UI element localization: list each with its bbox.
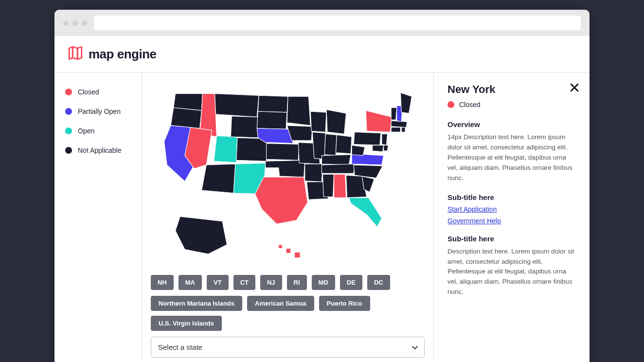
map-main: NHMAVTCTNJRIMDDEDC Northern Mariana Isla…: [142, 72, 434, 362]
state-ME[interactable]: [400, 92, 411, 113]
state-SD[interactable]: [257, 111, 287, 129]
traffic-lights: [63, 20, 87, 26]
section3-heading: Sub-title here: [447, 235, 576, 243]
state-TX[interactable]: [255, 177, 307, 224]
detail-panel: New York Closed Overview 14px Descriptio…: [434, 72, 590, 362]
state-HI[interactable]: [294, 252, 300, 258]
detail-status: Closed: [447, 101, 576, 109]
state-KY[interactable]: [322, 155, 351, 165]
state-chip-nh[interactable]: NH: [151, 275, 174, 290]
link-start-application[interactable]: Start Application: [447, 205, 576, 213]
state-UT[interactable]: [214, 136, 237, 163]
state-HI[interactable]: [286, 249, 291, 253]
state-chip-md[interactable]: MD: [312, 275, 335, 290]
state-MN[interactable]: [287, 96, 310, 126]
state-KS[interactable]: [266, 144, 299, 161]
legend-dot-partial: [65, 108, 72, 115]
state-PA[interactable]: [353, 132, 380, 145]
state-chip-ma[interactable]: MA: [179, 275, 202, 290]
state-VT[interactable]: [391, 108, 397, 120]
state-ND[interactable]: [258, 95, 288, 112]
territory-chip[interactable]: U.S. Virgin Islands: [151, 316, 222, 331]
state-MA[interactable]: [391, 121, 407, 127]
map-logo-icon: [67, 45, 84, 63]
state-NY[interactable]: [366, 110, 392, 132]
state-chips-row: NHMAVTCTNJRIMDDEDC: [151, 275, 425, 290]
state-AK[interactable]: [175, 217, 227, 254]
close-button[interactable]: [570, 82, 579, 94]
state-OR[interactable]: [170, 108, 201, 128]
app-header: map engine: [54, 36, 590, 72]
overview-text: 14px Description text here. Lorem ipsum …: [447, 132, 576, 183]
url-bar[interactable]: [94, 16, 581, 30]
legend-label: Closed: [78, 88, 99, 96]
traffic-dot-green[interactable]: [82, 20, 87, 26]
detail-state-title: New York: [447, 83, 576, 96]
state-DE[interactable]: [383, 145, 388, 151]
content: Closed Partially Open Open Not Applicabl…: [54, 72, 590, 362]
state-AZ[interactable]: [201, 164, 235, 193]
state-CT[interactable]: [391, 127, 400, 132]
detail-status-dot: [447, 101, 454, 108]
state-NJ[interactable]: [381, 134, 387, 145]
state-chip-ri[interactable]: RI: [287, 275, 307, 290]
traffic-dot-red[interactable]: [63, 20, 69, 26]
state-chip-nj[interactable]: NJ: [260, 275, 282, 290]
state-RI[interactable]: [401, 127, 405, 132]
legend-dot-closed: [65, 89, 72, 95]
detail-status-label: Closed: [459, 101, 481, 109]
state-WI[interactable]: [310, 111, 326, 132]
state-MT[interactable]: [215, 93, 259, 117]
territory-chips-row: Northern Mariana IslandsAmerican SamoaPu…: [151, 296, 425, 331]
legend-dot-open: [65, 127, 72, 134]
territory-chip[interactable]: American Samoa: [247, 296, 314, 311]
state-IA[interactable]: [287, 126, 312, 141]
browser-chrome: [54, 10, 590, 36]
traffic-dot-yellow[interactable]: [72, 20, 78, 26]
state-select-wrap: Select a state: [151, 337, 425, 358]
browser-frame: map engine Closed Partially Open Open No…: [54, 10, 590, 362]
legend-label: Not Applicable: [78, 146, 122, 154]
state-AR[interactable]: [304, 164, 322, 182]
state-AL[interactable]: [334, 174, 346, 198]
legend-item-na: Not Applicable: [65, 146, 131, 154]
state-OH[interactable]: [336, 135, 352, 154]
overview-heading: Overview: [447, 120, 576, 128]
legend-dot-na: [65, 147, 72, 154]
state-WY[interactable]: [231, 116, 259, 138]
state-select[interactable]: Select a state: [151, 337, 425, 358]
legend-label: Open: [78, 127, 94, 135]
state-MS[interactable]: [322, 174, 334, 197]
section3-text: Description text here. Lorem ipsum dolor…: [447, 247, 576, 298]
state-IN[interactable]: [324, 134, 337, 155]
brand-name: map engine: [89, 47, 156, 62]
legend-sidebar: Closed Partially Open Open Not Applicabl…: [54, 72, 142, 362]
state-chip-ct[interactable]: CT: [233, 275, 255, 290]
legend-item-partial: Partially Open: [65, 108, 131, 115]
state-chip-de[interactable]: DE: [340, 275, 362, 290]
state-chip-dc[interactable]: DC: [367, 275, 390, 290]
state-WV[interactable]: [352, 145, 365, 155]
state-FL[interactable]: [349, 198, 381, 227]
state-CO[interactable]: [236, 138, 267, 161]
state-chip-vt[interactable]: VT: [207, 275, 229, 290]
territory-chip[interactable]: Puerto Rico: [319, 296, 370, 311]
close-icon: [570, 81, 579, 94]
legend-item-closed: Closed: [65, 88, 131, 96]
links-heading: Sub-title here: [447, 193, 576, 201]
state-TN[interactable]: [322, 164, 354, 173]
state-MI[interactable]: [326, 109, 346, 134]
us-map: [151, 85, 425, 268]
state-MD[interactable]: [372, 145, 383, 151]
territory-chip[interactable]: Northern Mariana Islands: [151, 296, 242, 311]
state-VA[interactable]: [352, 154, 384, 165]
legend-label: Partially Open: [78, 108, 121, 115]
legend-item-open: Open: [65, 127, 131, 135]
state-HI[interactable]: [278, 245, 282, 249]
link-government-help[interactable]: Government Help: [447, 217, 576, 225]
